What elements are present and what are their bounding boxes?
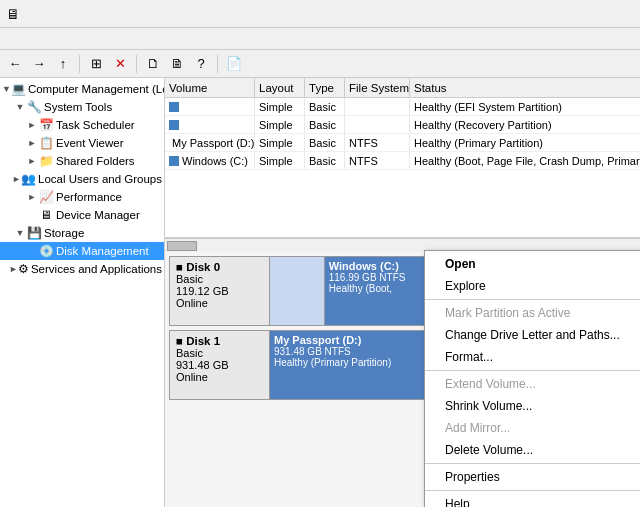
table-cell-volume: My Passport (D:) <box>165 134 255 151</box>
menu-view[interactable] <box>36 37 52 41</box>
table-cell-type: Basic <box>305 134 345 151</box>
forward-button[interactable]: → <box>28 53 50 75</box>
tree-label-local-users: Local Users and Groups <box>38 173 162 185</box>
ctx-item-add-mirror: Add Mirror... <box>425 417 640 439</box>
show-button[interactable]: ⊞ <box>85 53 107 75</box>
ctx-item-change-letter[interactable]: Change Drive Letter and Paths... <box>425 324 640 346</box>
ctx-item-properties[interactable]: Properties <box>425 466 640 488</box>
table-row[interactable]: SimpleBasicHealthy (Recovery Partition) <box>165 116 640 134</box>
tree-label-root: Computer Management (Local <box>28 83 165 95</box>
tree-icon-shared-folders: 📁 <box>38 153 54 169</box>
col-header-filesystem[interactable]: File System <box>345 78 410 97</box>
sidebar-item-root[interactable]: ▼ 💻 Computer Management (Local <box>0 80 164 98</box>
col-header-status[interactable]: Status <box>410 78 640 97</box>
scrollbar-thumb[interactable] <box>167 241 197 251</box>
sidebar-item-storage[interactable]: ▼ 💾 Storage <box>0 224 164 242</box>
toolbar: ← → ↑ ⊞ ✕ 🗋 🗎 ? 📄 <box>0 50 640 78</box>
disk-size-disk1: 931.48 GB <box>176 359 263 371</box>
tree-icon-disk-management: 💿 <box>38 243 54 259</box>
table-cell-status: Healthy (Boot, Page File, Crash Dump, Pr… <box>410 152 640 169</box>
table-cell-type: Basic <box>305 98 345 115</box>
tree-label-system-tools: System Tools <box>44 101 112 113</box>
table-header: VolumeLayoutTypeFile SystemStatus <box>165 78 640 98</box>
stop-button[interactable]: ✕ <box>109 53 131 75</box>
table-cell-layout: Simple <box>255 152 305 169</box>
tree-arrow-services: ► <box>9 264 18 274</box>
ctx-item-open[interactable]: Open <box>425 253 640 275</box>
tree-label-storage: Storage <box>44 227 84 239</box>
sidebar-item-task-scheduler[interactable]: ► 📅 Task Scheduler <box>0 116 164 134</box>
sidebar-item-local-users[interactable]: ► 👥 Local Users and Groups <box>0 170 164 188</box>
app-icon: 🖥 <box>6 6 22 22</box>
table-row[interactable]: SimpleBasicHealthy (EFI System Partition… <box>165 98 640 116</box>
up-button[interactable]: ↑ <box>52 53 74 75</box>
export-button[interactable]: 📄 <box>223 53 245 75</box>
sidebar-item-device-manager[interactable]: 🖥 Device Manager <box>0 206 164 224</box>
ctx-item-help[interactable]: Help <box>425 493 640 507</box>
ctx-item-format[interactable]: Format... <box>425 346 640 368</box>
table-cell-layout: Simple <box>255 116 305 133</box>
tree-icon-system-tools: 🔧 <box>26 99 42 115</box>
menu-action[interactable] <box>20 37 36 41</box>
table-cell-filesystem <box>345 98 410 115</box>
tree-icon-performance: 📈 <box>38 189 54 205</box>
ctx-item-shrink[interactable]: Shrink Volume... <box>425 395 640 417</box>
ctx-item-mark-active: Mark Partition as Active <box>425 302 640 324</box>
table-cell-layout: Simple <box>255 98 305 115</box>
sidebar-item-event-viewer[interactable]: ► 📋 Event Viewer <box>0 134 164 152</box>
ctx-sep-sep4 <box>425 490 640 491</box>
menu-help[interactable] <box>52 37 68 41</box>
partition-efi[interactable] <box>270 257 325 325</box>
tree-label-services: Services and Applications <box>31 263 162 275</box>
back-button[interactable]: ← <box>4 53 26 75</box>
new-window-button[interactable]: 🗋 <box>142 53 164 75</box>
sidebar-item-performance[interactable]: ► 📈 Performance <box>0 188 164 206</box>
table-cell-layout: Simple <box>255 134 305 151</box>
table-cell-type: Basic <box>305 152 345 169</box>
table-cell-volume: Windows (C:) <box>165 152 255 169</box>
disk-status-disk1: Online <box>176 371 263 383</box>
disk-info-disk1: ■ Disk 1 Basic 931.48 GB Online <box>170 331 270 399</box>
table-cell-status: Healthy (EFI System Partition) <box>410 98 640 115</box>
disk-type-disk0: Basic <box>176 273 263 285</box>
sidebar-item-system-tools[interactable]: ▼ 🔧 System Tools <box>0 98 164 116</box>
col-header-type[interactable]: Type <box>305 78 345 97</box>
title-bar: 🖥 <box>0 0 640 28</box>
menu-file[interactable] <box>4 37 20 41</box>
tree-arrow-root: ▼ <box>2 84 11 94</box>
help-toolbar-button[interactable]: ? <box>190 53 212 75</box>
tree-label-disk-management: Disk Management <box>56 245 149 257</box>
tree-label-task-scheduler: Task Scheduler <box>56 119 135 131</box>
ctx-item-delete[interactable]: Delete Volume... <box>425 439 640 461</box>
sidebar-item-services[interactable]: ► ⚙ Services and Applications <box>0 260 164 278</box>
table-cell-volume <box>165 98 255 115</box>
tree-arrow-performance: ► <box>26 192 38 202</box>
tree-icon-services: ⚙ <box>18 261 29 277</box>
tree-arrow-storage: ▼ <box>14 228 26 238</box>
col-header-layout[interactable]: Layout <box>255 78 305 97</box>
tree-label-shared-folders: Shared Folders <box>56 155 135 167</box>
properties-toolbar-button[interactable]: 🗎 <box>166 53 188 75</box>
table-cell-filesystem: NTFS <box>345 152 410 169</box>
context-menu: OpenExploreMark Partition as ActiveChang… <box>424 250 640 507</box>
table-row[interactable]: My Passport (D:)SimpleBasicNTFSHealthy (… <box>165 134 640 152</box>
ctx-item-explore[interactable]: Explore <box>425 275 640 297</box>
sidebar-item-shared-folders[interactable]: ► 📁 Shared Folders <box>0 152 164 170</box>
table-body: SimpleBasicHealthy (EFI System Partition… <box>165 98 640 237</box>
col-header-volume[interactable]: Volume <box>165 78 255 97</box>
tree-icon-root: 💻 <box>11 81 26 97</box>
toolbar-sep-2 <box>136 55 137 73</box>
table-area: VolumeLayoutTypeFile SystemStatus Simple… <box>165 78 640 238</box>
table-row[interactable]: Windows (C:)SimpleBasicNTFSHealthy (Boot… <box>165 152 640 170</box>
disk-type-disk1: Basic <box>176 347 263 359</box>
sidebar: ▼ 💻 Computer Management (Local ▼ 🔧 Syste… <box>0 78 165 507</box>
tree-icon-event-viewer: 📋 <box>38 135 54 151</box>
tree-arrow-system-tools: ▼ <box>14 102 26 112</box>
tree-arrow-event-viewer: ► <box>26 138 38 148</box>
table-cell-filesystem <box>345 116 410 133</box>
sidebar-item-disk-management[interactable]: 💿 Disk Management <box>0 242 164 260</box>
tree-icon-task-scheduler: 📅 <box>38 117 54 133</box>
menu-bar <box>0 28 640 50</box>
disk-status-disk0: Online <box>176 297 263 309</box>
ctx-sep-sep1 <box>425 299 640 300</box>
